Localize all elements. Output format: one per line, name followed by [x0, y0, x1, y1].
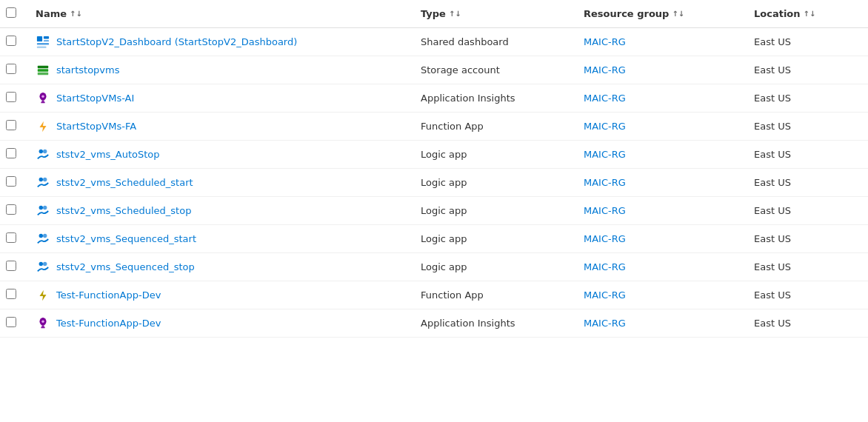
- cell-type: Application Insights: [412, 84, 575, 113]
- row-checkbox-cell: [0, 253, 27, 281]
- svg-point-18: [43, 205, 47, 209]
- row-checkbox-cell: [0, 281, 27, 309]
- cell-name: StartStopV2_Dashboard (StartStopV2_Dashb…: [27, 28, 412, 56]
- resource-name-link[interactable]: StartStopVMs-FA: [56, 121, 136, 132]
- svg-point-19: [39, 233, 43, 237]
- row-checkbox[interactable]: [6, 204, 16, 215]
- svg-rect-4: [37, 46, 47, 48]
- svg-rect-6: [38, 69, 48, 72]
- rg-sort-icon[interactable]: ↑↓: [672, 10, 684, 18]
- resource-group-link[interactable]: MAIC-RG: [584, 149, 626, 160]
- resource-group-link[interactable]: MAIC-RG: [584, 261, 626, 272]
- svg-point-20: [43, 233, 47, 237]
- cell-resource-group: MAIC-RG: [575, 253, 745, 281]
- cell-resource-group: MAIC-RG: [575, 141, 745, 169]
- resource-group-link[interactable]: MAIC-RG: [584, 93, 626, 104]
- row-checkbox[interactable]: [6, 36, 16, 46]
- row-checkbox[interactable]: [6, 317, 16, 327]
- type-sort-icon[interactable]: ↑↓: [449, 10, 461, 18]
- row-checkbox[interactable]: [6, 92, 16, 102]
- cell-type: Logic app: [412, 141, 575, 169]
- row-checkbox[interactable]: [6, 148, 16, 158]
- storage-icon: [36, 63, 50, 78]
- cell-name: StartStopVMs-FA: [27, 113, 412, 141]
- row-checkbox[interactable]: [6, 64, 16, 74]
- resource-name-link[interactable]: StartStopVMs-AI: [56, 93, 134, 104]
- svg-rect-10: [41, 101, 44, 103]
- logic-icon: [36, 147, 50, 162]
- cell-location: East US: [745, 169, 868, 197]
- resource-name-link[interactable]: Test-FunctionApp-Dev: [56, 318, 161, 329]
- cell-location: East US: [745, 225, 868, 253]
- svg-point-14: [43, 149, 47, 153]
- cell-type: Storage account: [412, 56, 575, 84]
- resource-name-link[interactable]: ststv2_vms_Scheduled_stop: [56, 205, 191, 216]
- table-row: Test-FunctionApp-Dev Application Insight…: [0, 309, 868, 338]
- row-checkbox-cell: [0, 56, 27, 84]
- resource-name-link[interactable]: ststv2_vms_Sequenced_start: [56, 233, 196, 244]
- cell-name: ststv2_vms_Sequenced_start: [27, 225, 412, 253]
- cell-name: ststv2_vms_AutoStop: [27, 141, 412, 169]
- resource-name-link[interactable]: startstopvms: [56, 64, 119, 76]
- svg-point-21: [39, 261, 43, 265]
- svg-point-22: [43, 261, 47, 265]
- row-checkbox[interactable]: [6, 120, 16, 130]
- name-header-label: Name: [36, 8, 67, 19]
- resource-group-link[interactable]: MAIC-RG: [584, 289, 626, 301]
- logic-icon: [36, 175, 50, 190]
- resource-group-link[interactable]: MAIC-RG: [584, 177, 626, 188]
- resource-name-link[interactable]: StartStopV2_Dashboard (StartStopV2_Dashb…: [56, 36, 297, 47]
- resource-name-link[interactable]: ststv2_vms_Sequenced_stop: [56, 261, 195, 272]
- cell-resource-group: MAIC-RG: [575, 56, 745, 84]
- insights-icon: [36, 91, 50, 106]
- cell-resource-group: MAIC-RG: [575, 113, 745, 141]
- row-checkbox-cell: [0, 197, 27, 225]
- svg-rect-7: [38, 72, 48, 75]
- column-header-resource-group: Resource group ↑↓: [575, 0, 745, 28]
- svg-point-27: [41, 320, 44, 323]
- table-row: ststv2_vms_Scheduled_start Logic app MAI…: [0, 169, 868, 197]
- row-checkbox[interactable]: [6, 261, 16, 271]
- row-checkbox-cell: [0, 113, 27, 141]
- row-checkbox[interactable]: [6, 289, 16, 299]
- cell-name: ststv2_vms_Scheduled_stop: [27, 197, 412, 225]
- name-sort-icon[interactable]: ↑↓: [70, 10, 82, 18]
- cell-name: Test-FunctionApp-Dev: [27, 309, 412, 338]
- cell-resource-group: MAIC-RG: [575, 225, 745, 253]
- cell-location: East US: [745, 113, 868, 141]
- resource-name-link[interactable]: ststv2_vms_Scheduled_start: [56, 177, 193, 188]
- resource-name-link[interactable]: ststv2_vms_AutoStop: [56, 149, 160, 160]
- column-header-name: Name ↑↓: [27, 0, 412, 28]
- column-header-type: Type ↑↓: [412, 0, 575, 28]
- row-checkbox[interactable]: [6, 232, 16, 243]
- resource-group-link[interactable]: MAIC-RG: [584, 36, 626, 47]
- resource-group-link[interactable]: MAIC-RG: [584, 64, 626, 76]
- resource-group-link[interactable]: MAIC-RG: [584, 233, 626, 244]
- row-checkbox-cell: [0, 28, 27, 56]
- rg-header-label: Resource group: [584, 8, 669, 19]
- select-all-checkbox[interactable]: [6, 7, 16, 18]
- svg-point-16: [43, 177, 47, 181]
- location-header-label: Location: [754, 8, 801, 19]
- resource-group-link[interactable]: MAIC-RG: [584, 121, 626, 132]
- cell-resource-group: MAIC-RG: [575, 84, 745, 113]
- cell-resource-group: MAIC-RG: [575, 169, 745, 197]
- svg-marker-23: [40, 289, 47, 300]
- cell-resource-group: MAIC-RG: [575, 309, 745, 338]
- cell-location: East US: [745, 197, 868, 225]
- row-checkbox[interactable]: [6, 176, 16, 187]
- table-row: ststv2_vms_Sequenced_stop Logic app MAIC…: [0, 253, 868, 281]
- logic-icon: [36, 204, 50, 218]
- location-sort-icon[interactable]: ↑↓: [804, 10, 816, 18]
- row-checkbox-cell: [0, 309, 27, 338]
- svg-rect-25: [41, 325, 44, 326]
- resource-group-link[interactable]: MAIC-RG: [584, 318, 626, 329]
- row-checkbox-cell: [0, 169, 27, 197]
- table-row: StartStopVMs-FA Function App MAIC-RG Eas…: [0, 113, 868, 141]
- cell-name: StartStopVMs-AI: [27, 84, 412, 113]
- resource-table-container: Name ↑↓ Type ↑↓ Resource group ↑↓: [0, 0, 868, 422]
- resource-name-link[interactable]: Test-FunctionApp-Dev: [56, 289, 161, 301]
- table-row: startstopvms Storage account MAIC-RG Eas…: [0, 56, 868, 84]
- table-row: StartStopVMs-AI Application Insights MAI…: [0, 84, 868, 113]
- resource-group-link[interactable]: MAIC-RG: [584, 205, 626, 216]
